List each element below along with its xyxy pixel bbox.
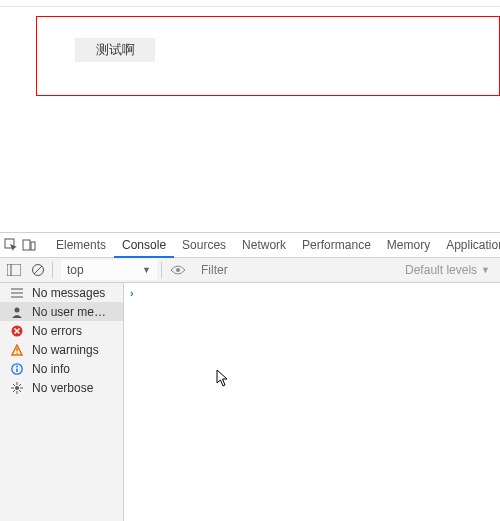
divider (161, 262, 162, 278)
levels-label: Default levels (405, 263, 477, 277)
warning-icon (10, 343, 24, 357)
divider (52, 262, 53, 278)
sidebar-item-verbose[interactable]: No verbose (0, 378, 123, 397)
sidebar-item-info[interactable]: No info (0, 359, 123, 378)
console-sidebar: No messages No user me… No errors No war… (0, 283, 124, 521)
page-area: 测试啊 (0, 0, 500, 225)
log-levels-selector[interactable]: Default levels ▼ (405, 263, 490, 277)
sidebar-item-label: No verbose (32, 381, 93, 395)
tab-network[interactable]: Network (234, 233, 294, 258)
console-body: No messages No user me… No errors No war… (0, 283, 500, 521)
inspect-element-icon[interactable] (4, 237, 18, 253)
sidebar-item-label: No info (32, 362, 70, 376)
svg-line-26 (19, 390, 21, 392)
svg-line-28 (13, 390, 15, 392)
info-icon (10, 362, 24, 376)
error-icon (10, 324, 24, 338)
context-label: top (67, 263, 84, 277)
context-selector[interactable]: top ▼ (61, 260, 157, 280)
toggle-sidebar-icon[interactable] (4, 260, 24, 280)
svg-point-20 (15, 386, 19, 390)
sidebar-item-label: No errors (32, 324, 82, 338)
clear-console-icon[interactable] (28, 260, 48, 280)
tab-application[interactable]: Application (438, 233, 500, 258)
filter-input[interactable] (196, 261, 376, 279)
devtools-tabbar: Elements Console Sources Network Perform… (0, 233, 500, 258)
sidebar-item-user-messages[interactable]: No user me… (0, 302, 123, 321)
svg-point-11 (15, 307, 20, 312)
verbose-icon (10, 381, 24, 395)
chevron-down-icon: ▼ (142, 265, 151, 275)
svg-line-25 (13, 384, 15, 386)
console-prompt-icon: › (124, 283, 500, 299)
svg-line-6 (34, 266, 42, 274)
svg-rect-1 (23, 240, 30, 250)
device-toolbar-icon[interactable] (22, 237, 36, 253)
list-icon (10, 286, 24, 300)
tab-sources[interactable]: Sources (174, 233, 234, 258)
sidebar-item-label: No user me… (32, 305, 106, 319)
sidebar-item-label: No messages (32, 286, 105, 300)
divider-line (0, 6, 500, 7)
devtools-panel: Elements Console Sources Network Perform… (0, 232, 500, 521)
sidebar-item-messages[interactable]: No messages (0, 283, 123, 302)
tab-performance[interactable]: Performance (294, 233, 379, 258)
mouse-cursor-icon (216, 369, 230, 387)
test-button[interactable]: 测试啊 (75, 38, 155, 62)
svg-line-27 (19, 384, 21, 386)
tab-memory[interactable]: Memory (379, 233, 438, 258)
live-expression-icon[interactable] (166, 264, 190, 276)
chevron-down-icon: ▼ (481, 265, 490, 275)
sidebar-item-warnings[interactable]: No warnings (0, 340, 123, 359)
svg-rect-3 (7, 264, 21, 276)
tab-console[interactable]: Console (114, 233, 174, 258)
svg-point-16 (16, 352, 18, 354)
sidebar-item-label: No warnings (32, 343, 99, 357)
console-messages-area[interactable]: › (124, 283, 500, 521)
user-icon (10, 305, 24, 319)
console-toolbar: top ▼ Default levels ▼ (0, 258, 500, 283)
svg-rect-2 (31, 242, 35, 250)
tab-elements[interactable]: Elements (48, 233, 114, 258)
svg-point-7 (176, 268, 180, 272)
sidebar-item-errors[interactable]: No errors (0, 321, 123, 340)
svg-point-18 (16, 365, 18, 367)
